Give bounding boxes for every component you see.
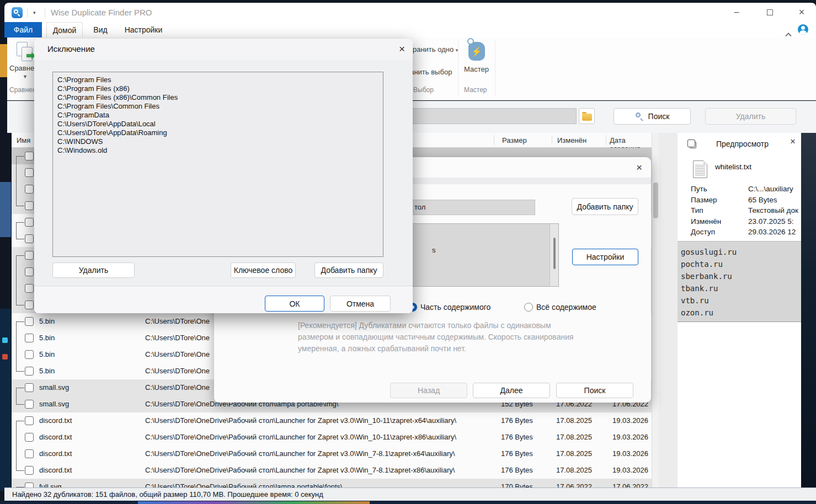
quick-access-chevron-icon[interactable]: ▾ [33, 10, 36, 15]
file-modified: 17.08.2025 [556, 466, 609, 474]
wizard-add-folder-button[interactable]: Добавить папку [572, 198, 638, 215]
column-name[interactable]: Имя [17, 136, 30, 144]
file-name: discord.txt [39, 466, 141, 474]
tab-home[interactable]: Домой [46, 22, 83, 37]
exclusion-path-item[interactable]: C:\Users\DTore\AppData\Roaming [57, 128, 383, 137]
search-button[interactable]: Поиск [614, 108, 691, 125]
row-checkbox[interactable] [25, 251, 34, 260]
exclusion-path-item[interactable]: C:\Program Files (x86)\Common Files [57, 93, 383, 102]
table-row[interactable]: discord.txt C:\Users\DTore\OneDrive\Рабо… [12, 462, 652, 479]
delete-button[interactable]: Удалить [705, 108, 796, 125]
file-name: discord.txt [39, 433, 141, 441]
group-tree-line [16, 181, 25, 197]
compare-icon [17, 42, 33, 62]
minimize-button[interactable]: – [727, 5, 746, 19]
radio-full-content[interactable] [524, 303, 533, 312]
exclusion-cancel-button[interactable]: Отмена [330, 296, 391, 312]
row-checkbox[interactable] [25, 234, 34, 243]
vertical-scrollbar[interactable] [652, 133, 659, 487]
exclusion-add-folder-button[interactable]: Добавить папку [314, 262, 383, 278]
exclusion-keyword-button[interactable]: Ключевое слово [231, 262, 296, 278]
browse-folder-button[interactable] [579, 108, 595, 124]
file-path: C:\Users\DTore\OneDrive\Рабочий стол\Lau… [145, 416, 531, 425]
content-line: pochta.ru [681, 258, 801, 270]
file-name: full.svg [39, 482, 141, 487]
radio-partial-content-label: Часть содержимого [420, 303, 490, 312]
table-row[interactable]: discord.txt C:\Users\DTore\OneDrive\Рабо… [12, 446, 652, 462]
table-row[interactable]: discord.txt C:\Users\DTore\OneDrive\Рабо… [12, 412, 652, 429]
wizard-group-caption: Мастер [464, 86, 487, 94]
row-checkbox[interactable] [25, 400, 34, 409]
tab-view[interactable]: Вид [88, 22, 113, 37]
copy-icon[interactable] [690, 142, 696, 148]
row-checkbox[interactable] [25, 350, 34, 359]
row-checkbox[interactable] [25, 317, 34, 326]
group-tree-line [16, 462, 25, 479]
scrollbar-thumb[interactable] [653, 183, 658, 218]
row-checkbox[interactable] [25, 482, 34, 487]
wizard-button[interactable]: ⚡ Мастер Мастер [458, 37, 495, 100]
scrollbar-thumb[interactable] [553, 238, 556, 269]
row-checkbox[interactable] [25, 267, 34, 276]
wizard-search-button[interactable]: Поиск [556, 383, 633, 398]
folder-list-item[interactable]: s [432, 246, 436, 254]
tab-file[interactable]: Файл [4, 22, 42, 37]
exclusion-remove-button[interactable]: Удалить [52, 262, 135, 278]
row-checkbox[interactable] [25, 433, 34, 442]
column-modified[interactable]: Изменён [557, 136, 586, 144]
table-row[interactable]: full.svg C:\Users\DTore\OneDrive\Рабочий… [12, 479, 652, 487]
group-tree-line [16, 446, 25, 462]
file-created: 19.03.2026 [612, 433, 652, 441]
file-size: 176 Bytes [501, 449, 553, 458]
preview-close-icon[interactable]: × [790, 136, 796, 147]
desktop-wallpaper-fragment [2, 337, 8, 343]
row-checkbox[interactable] [25, 152, 34, 160]
row-checkbox[interactable] [25, 449, 34, 458]
column-size[interactable]: Размер [502, 136, 527, 144]
wizard-button-label: Мастер [464, 65, 489, 73]
row-checkbox[interactable] [25, 367, 34, 376]
wizard-back-button[interactable]: Назад [390, 383, 467, 398]
exclusion-path-item[interactable]: C:\Program Files\Common Files [57, 102, 383, 111]
group-tree-line [16, 313, 25, 330]
dialog-close-icon[interactable]: × [399, 43, 405, 55]
row-checkbox[interactable] [25, 466, 34, 475]
row-checkbox[interactable] [25, 334, 34, 342]
row-checkbox[interactable] [25, 218, 34, 227]
wizard-next-button[interactable]: Далее [473, 383, 550, 398]
exclusion-path-item[interactable]: C:\Program Files [57, 76, 383, 84]
exclusion-ok-button[interactable]: ОК [265, 296, 324, 312]
exclusion-path-item[interactable]: C:\Windows.old [57, 146, 383, 155]
row-checkbox[interactable] [25, 301, 34, 309]
preview-panel: Предпросмотр × whitelist.txt Путь C:\...… [678, 133, 801, 487]
exclusion-path-item[interactable]: C:\Users\DTore\AppData\Local [57, 120, 383, 128]
exclusion-path-item[interactable]: C:\ProgramData [57, 111, 383, 120]
taskbar-fragment [138, 501, 370, 504]
row-checkbox[interactable] [25, 416, 34, 425]
table-row[interactable]: discord.txt C:\Users\DTore\OneDrive\Рабо… [12, 429, 652, 446]
account-icon[interactable] [798, 24, 808, 35]
wizard-settings-button[interactable]: Настройки [572, 249, 638, 265]
list-scrollbar[interactable] [550, 224, 558, 286]
exclusion-path-list[interactable]: C:\Program FilesC:\Program Files (x86)C:… [52, 72, 383, 257]
wizard-close-icon[interactable]: × [636, 162, 642, 174]
row-checkbox[interactable] [25, 201, 34, 210]
exclusion-path-item[interactable]: C:\Program Files (x86) [57, 84, 383, 93]
group-tree-line [16, 412, 25, 429]
exclusion-path-item[interactable]: C:\WINDOWS [57, 137, 383, 146]
group-tree-line [16, 363, 25, 379]
exclusion-dialog: Исключение × C:\Program FilesC:\Program … [34, 39, 413, 313]
row-checkbox[interactable] [25, 168, 34, 177]
row-checkbox[interactable] [25, 383, 34, 392]
desktop-wallpaper-fragment [2, 354, 8, 360]
maximize-button[interactable] [760, 5, 779, 19]
content-line: ozon.ru [681, 307, 801, 319]
row-checkbox[interactable] [25, 284, 34, 293]
close-button[interactable]: × [792, 5, 811, 19]
ribbon-tab-row: Файл Домой Вид Настройки [4, 22, 816, 37]
row-checkbox[interactable] [25, 185, 34, 194]
file-modified: 17.08.2025 [556, 449, 609, 458]
preview-file-name: whitelist.txt [715, 163, 751, 171]
tab-settings[interactable]: Настройки [118, 22, 169, 37]
detail-value: Текстовый док [748, 206, 800, 215]
